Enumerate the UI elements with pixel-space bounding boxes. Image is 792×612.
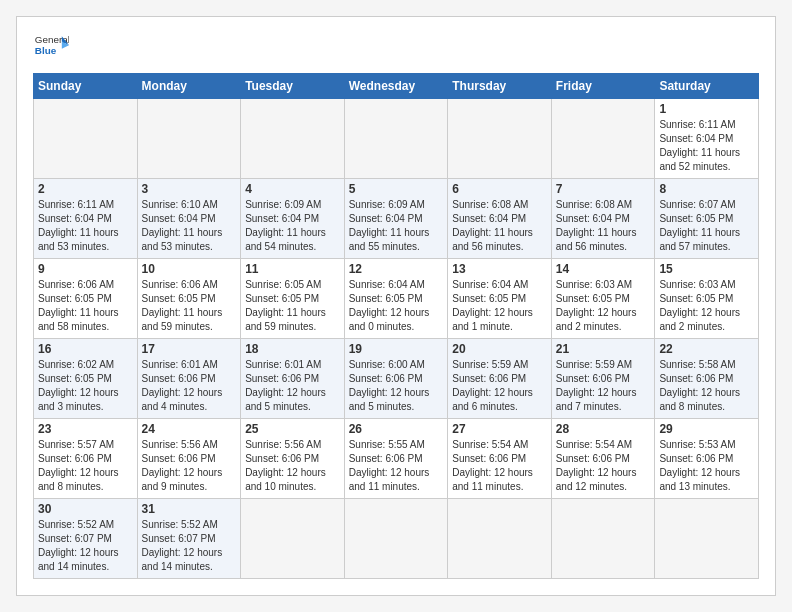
calendar-cell: 28Sunrise: 5:54 AM Sunset: 6:06 PM Dayli…	[551, 419, 655, 499]
calendar-cell: 10Sunrise: 6:06 AM Sunset: 6:05 PM Dayli…	[137, 259, 241, 339]
calendar-cell: 26Sunrise: 5:55 AM Sunset: 6:06 PM Dayli…	[344, 419, 448, 499]
day-number: 22	[659, 342, 754, 356]
cell-info: Sunrise: 5:59 AM Sunset: 6:06 PM Dayligh…	[452, 358, 547, 414]
cell-info: Sunrise: 5:53 AM Sunset: 6:06 PM Dayligh…	[659, 438, 754, 494]
day-number: 3	[142, 182, 237, 196]
generalblue-logo-icon: General Blue	[33, 29, 69, 65]
calendar-week-4: 16Sunrise: 6:02 AM Sunset: 6:05 PM Dayli…	[34, 339, 759, 419]
day-number: 1	[659, 102, 754, 116]
calendar-cell: 7Sunrise: 6:08 AM Sunset: 6:04 PM Daylig…	[551, 179, 655, 259]
header-day-thursday: Thursday	[448, 74, 552, 99]
cell-info: Sunrise: 5:55 AM Sunset: 6:06 PM Dayligh…	[349, 438, 444, 494]
header-row: SundayMondayTuesdayWednesdayThursdayFrid…	[34, 74, 759, 99]
calendar-cell: 30Sunrise: 5:52 AM Sunset: 6:07 PM Dayli…	[34, 499, 138, 579]
cell-info: Sunrise: 6:11 AM Sunset: 6:04 PM Dayligh…	[38, 198, 133, 254]
day-number: 11	[245, 262, 340, 276]
cell-info: Sunrise: 5:57 AM Sunset: 6:06 PM Dayligh…	[38, 438, 133, 494]
calendar-cell	[241, 499, 345, 579]
day-number: 14	[556, 262, 651, 276]
cell-info: Sunrise: 6:05 AM Sunset: 6:05 PM Dayligh…	[245, 278, 340, 334]
cell-info: Sunrise: 6:10 AM Sunset: 6:04 PM Dayligh…	[142, 198, 237, 254]
calendar-page: General Blue SundayMondayTuesdayWednesda…	[16, 16, 776, 596]
calendar-cell	[137, 99, 241, 179]
calendar-cell: 13Sunrise: 6:04 AM Sunset: 6:05 PM Dayli…	[448, 259, 552, 339]
cell-info: Sunrise: 5:56 AM Sunset: 6:06 PM Dayligh…	[142, 438, 237, 494]
cell-info: Sunrise: 6:00 AM Sunset: 6:06 PM Dayligh…	[349, 358, 444, 414]
day-number: 13	[452, 262, 547, 276]
day-number: 19	[349, 342, 444, 356]
calendar-cell: 22Sunrise: 5:58 AM Sunset: 6:06 PM Dayli…	[655, 339, 759, 419]
calendar-week-1: 1Sunrise: 6:11 AM Sunset: 6:04 PM Daylig…	[34, 99, 759, 179]
cell-info: Sunrise: 5:54 AM Sunset: 6:06 PM Dayligh…	[452, 438, 547, 494]
cell-info: Sunrise: 6:03 AM Sunset: 6:05 PM Dayligh…	[556, 278, 651, 334]
cell-info: Sunrise: 6:03 AM Sunset: 6:05 PM Dayligh…	[659, 278, 754, 334]
calendar-week-3: 9Sunrise: 6:06 AM Sunset: 6:05 PM Daylig…	[34, 259, 759, 339]
calendar-cell: 20Sunrise: 5:59 AM Sunset: 6:06 PM Dayli…	[448, 339, 552, 419]
calendar-cell: 2Sunrise: 6:11 AM Sunset: 6:04 PM Daylig…	[34, 179, 138, 259]
cell-info: Sunrise: 5:52 AM Sunset: 6:07 PM Dayligh…	[142, 518, 237, 574]
calendar-cell: 16Sunrise: 6:02 AM Sunset: 6:05 PM Dayli…	[34, 339, 138, 419]
calendar-cell	[551, 99, 655, 179]
day-number: 26	[349, 422, 444, 436]
calendar-cell: 17Sunrise: 6:01 AM Sunset: 6:06 PM Dayli…	[137, 339, 241, 419]
day-number: 15	[659, 262, 754, 276]
calendar-week-6: 30Sunrise: 5:52 AM Sunset: 6:07 PM Dayli…	[34, 499, 759, 579]
header: General Blue	[33, 29, 759, 65]
day-number: 16	[38, 342, 133, 356]
header-day-saturday: Saturday	[655, 74, 759, 99]
calendar-cell: 12Sunrise: 6:04 AM Sunset: 6:05 PM Dayli…	[344, 259, 448, 339]
day-number: 28	[556, 422, 651, 436]
cell-info: Sunrise: 6:09 AM Sunset: 6:04 PM Dayligh…	[245, 198, 340, 254]
calendar-cell: 31Sunrise: 5:52 AM Sunset: 6:07 PM Dayli…	[137, 499, 241, 579]
calendar-cell: 3Sunrise: 6:10 AM Sunset: 6:04 PM Daylig…	[137, 179, 241, 259]
day-number: 30	[38, 502, 133, 516]
day-number: 25	[245, 422, 340, 436]
calendar-cell: 25Sunrise: 5:56 AM Sunset: 6:06 PM Dayli…	[241, 419, 345, 499]
cell-info: Sunrise: 6:11 AM Sunset: 6:04 PM Dayligh…	[659, 118, 754, 174]
calendar-cell: 19Sunrise: 6:00 AM Sunset: 6:06 PM Dayli…	[344, 339, 448, 419]
cell-info: Sunrise: 6:01 AM Sunset: 6:06 PM Dayligh…	[142, 358, 237, 414]
calendar-cell: 8Sunrise: 6:07 AM Sunset: 6:05 PM Daylig…	[655, 179, 759, 259]
calendar-cell	[344, 499, 448, 579]
day-number: 10	[142, 262, 237, 276]
header-day-sunday: Sunday	[34, 74, 138, 99]
day-number: 27	[452, 422, 547, 436]
calendar-cell: 5Sunrise: 6:09 AM Sunset: 6:04 PM Daylig…	[344, 179, 448, 259]
day-number: 29	[659, 422, 754, 436]
header-day-friday: Friday	[551, 74, 655, 99]
day-number: 5	[349, 182, 444, 196]
calendar-table: SundayMondayTuesdayWednesdayThursdayFrid…	[33, 73, 759, 579]
cell-info: Sunrise: 6:04 AM Sunset: 6:05 PM Dayligh…	[349, 278, 444, 334]
calendar-cell: 29Sunrise: 5:53 AM Sunset: 6:06 PM Dayli…	[655, 419, 759, 499]
day-number: 9	[38, 262, 133, 276]
svg-text:Blue: Blue	[35, 45, 57, 56]
calendar-cell	[34, 99, 138, 179]
header-day-wednesday: Wednesday	[344, 74, 448, 99]
header-day-tuesday: Tuesday	[241, 74, 345, 99]
day-number: 17	[142, 342, 237, 356]
calendar-cell: 6Sunrise: 6:08 AM Sunset: 6:04 PM Daylig…	[448, 179, 552, 259]
cell-info: Sunrise: 5:58 AM Sunset: 6:06 PM Dayligh…	[659, 358, 754, 414]
day-number: 6	[452, 182, 547, 196]
cell-info: Sunrise: 6:04 AM Sunset: 6:05 PM Dayligh…	[452, 278, 547, 334]
calendar-week-2: 2Sunrise: 6:11 AM Sunset: 6:04 PM Daylig…	[34, 179, 759, 259]
calendar-cell: 21Sunrise: 5:59 AM Sunset: 6:06 PM Dayli…	[551, 339, 655, 419]
cell-info: Sunrise: 6:06 AM Sunset: 6:05 PM Dayligh…	[38, 278, 133, 334]
logo: General Blue	[33, 29, 69, 65]
cell-info: Sunrise: 6:08 AM Sunset: 6:04 PM Dayligh…	[556, 198, 651, 254]
day-number: 8	[659, 182, 754, 196]
calendar-cell: 18Sunrise: 6:01 AM Sunset: 6:06 PM Dayli…	[241, 339, 345, 419]
calendar-cell: 11Sunrise: 6:05 AM Sunset: 6:05 PM Dayli…	[241, 259, 345, 339]
cell-info: Sunrise: 6:08 AM Sunset: 6:04 PM Dayligh…	[452, 198, 547, 254]
day-number: 18	[245, 342, 340, 356]
calendar-cell	[551, 499, 655, 579]
cell-info: Sunrise: 6:09 AM Sunset: 6:04 PM Dayligh…	[349, 198, 444, 254]
day-number: 31	[142, 502, 237, 516]
day-number: 4	[245, 182, 340, 196]
calendar-cell: 24Sunrise: 5:56 AM Sunset: 6:06 PM Dayli…	[137, 419, 241, 499]
calendar-cell: 1Sunrise: 6:11 AM Sunset: 6:04 PM Daylig…	[655, 99, 759, 179]
cell-info: Sunrise: 5:59 AM Sunset: 6:06 PM Dayligh…	[556, 358, 651, 414]
calendar-cell: 4Sunrise: 6:09 AM Sunset: 6:04 PM Daylig…	[241, 179, 345, 259]
calendar-body: 1Sunrise: 6:11 AM Sunset: 6:04 PM Daylig…	[34, 99, 759, 579]
day-number: 20	[452, 342, 547, 356]
